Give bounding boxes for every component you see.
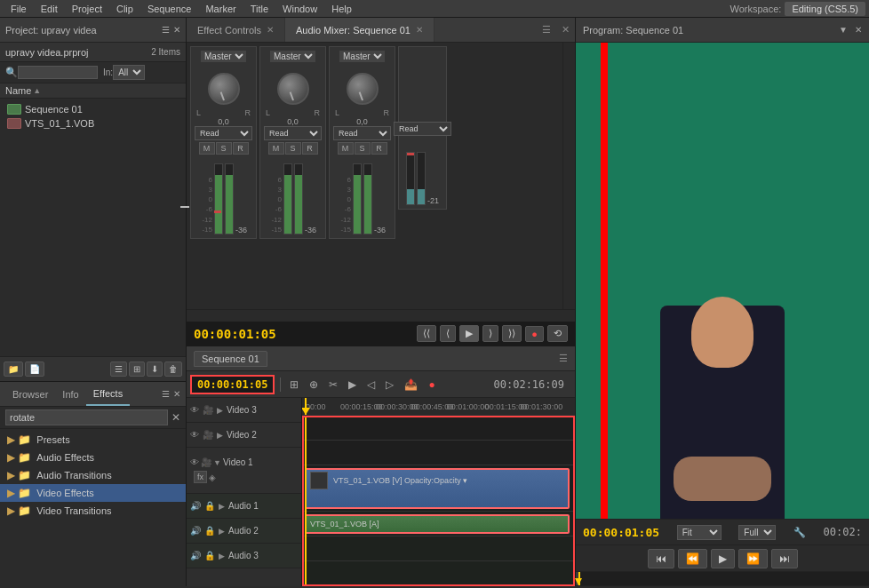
- timeline-timecode[interactable]: 00:00:01:05: [190, 375, 275, 394]
- audio-mixer-close[interactable]: ✕: [416, 25, 423, 35]
- tl-play-btn[interactable]: ▶: [345, 377, 360, 393]
- menu-sequence[interactable]: Sequence: [140, 0, 199, 17]
- mixer-rewind-btn[interactable]: ⟨⟨: [417, 325, 436, 342]
- effects-close-icon[interactable]: ✕: [173, 389, 180, 399]
- mixer-ff-btn[interactable]: ⟩⟩: [502, 325, 522, 342]
- ch2-read-select[interactable]: Read: [264, 126, 322, 140]
- prog-last-btn[interactable]: ⏭: [771, 549, 798, 568]
- menu-title[interactable]: Title: [243, 0, 275, 17]
- ch4-fader-left[interactable]: [406, 152, 415, 205]
- prog-first-btn[interactable]: ⏮: [648, 549, 674, 568]
- tab-info[interactable]: Info: [55, 382, 85, 406]
- effects-presets[interactable]: ▶ 📁 Presets: [0, 431, 186, 449]
- effects-video-effects[interactable]: ▶ 📁 Video Effects: [0, 484, 186, 502]
- new-item-button[interactable]: 📄: [25, 362, 44, 377]
- ch3-knob[interactable]: [347, 73, 379, 105]
- mixer-record-btn[interactable]: ●: [525, 326, 544, 342]
- menu-window[interactable]: Window: [275, 0, 324, 17]
- video2-expand-icon[interactable]: ▶: [217, 431, 223, 440]
- effect-controls-close[interactable]: ✕: [267, 25, 274, 35]
- audio1-lock-icon[interactable]: 🔒: [204, 501, 215, 511]
- audio3-mute-icon[interactable]: 🔊: [190, 551, 201, 560]
- ch3-m-btn[interactable]: M: [338, 142, 354, 155]
- ch1-fader-handle[interactable]: [187, 206, 189, 208]
- video3-cam-icon[interactable]: 🎥: [203, 405, 213, 415]
- track-row-video3[interactable]: [302, 416, 575, 441]
- tl-in-btn[interactable]: ◁: [363, 377, 379, 393]
- track-row-audio2[interactable]: [302, 536, 575, 561]
- video3-eye-icon[interactable]: 👁: [190, 405, 199, 415]
- ch2-m-btn[interactable]: M: [268, 142, 284, 155]
- tl-out-btn[interactable]: ▷: [382, 377, 397, 393]
- clear-button[interactable]: ⬇: [147, 362, 163, 377]
- ch3-label-select[interactable]: Master: [339, 51, 385, 62]
- audio3-lock-icon[interactable]: 🔒: [204, 551, 215, 560]
- prog-forward-btn[interactable]: ⏩: [738, 549, 768, 568]
- ch4-read-select[interactable]: Read: [394, 122, 451, 136]
- effects-search-clear-icon[interactable]: ✕: [171, 411, 180, 424]
- ch1-fader-right[interactable]: [225, 163, 234, 234]
- center-panel-menu[interactable]: ☰: [537, 24, 556, 36]
- program-monitor-close[interactable]: ✕: [855, 25, 862, 35]
- ch3-r-btn[interactable]: R: [371, 142, 387, 155]
- ch1-m-btn[interactable]: M: [199, 142, 215, 155]
- track-row-audio3[interactable]: [302, 561, 575, 586]
- video1-expand-icon[interactable]: ▼: [213, 458, 221, 467]
- effects-video-transitions[interactable]: ▶ 📁 Video Transitions: [0, 502, 186, 520]
- ch3-fader-right[interactable]: [363, 163, 372, 234]
- track-row-video1[interactable]: VTS_01_1.VOB [V] Opacity:Opacity ▾: [302, 465, 575, 512]
- tab-effects[interactable]: Effects: [86, 382, 130, 406]
- video1-cam-icon[interactable]: 🎥: [201, 457, 211, 467]
- ch2-knob[interactable]: [277, 73, 309, 105]
- audio2-lock-icon[interactable]: 🔒: [204, 526, 215, 536]
- ch2-label-select[interactable]: Master: [270, 51, 315, 62]
- tl-export-btn[interactable]: 📤: [401, 377, 421, 393]
- prog-back-btn[interactable]: ⏪: [678, 549, 707, 568]
- effects-audio-effects[interactable]: ▶ 📁 Audio Effects: [0, 449, 186, 466]
- ch1-r-btn[interactable]: R: [233, 142, 249, 155]
- menu-file[interactable]: File: [4, 0, 34, 17]
- ch1-read-select[interactable]: Read: [195, 126, 252, 140]
- tab-audio-mixer[interactable]: Audio Mixer: Sequence 01 ✕: [285, 18, 434, 42]
- video1-fx-btn[interactable]: fx: [194, 471, 207, 483]
- program-settings-icon[interactable]: 🔧: [793, 527, 806, 538]
- audio2-mute-icon[interactable]: 🔊: [190, 526, 201, 536]
- audio3-expand-icon[interactable]: ▶: [219, 552, 225, 560]
- video1-eye-icon[interactable]: 👁: [190, 457, 199, 467]
- tab-effect-controls[interactable]: Effect Controls ✕: [187, 18, 285, 42]
- program-fit-select[interactable]: Fit 25% 50% 100%: [677, 525, 722, 540]
- audio1-clip[interactable]: VTS_01_1.VOB [A]: [305, 514, 570, 534]
- project-search-input[interactable]: [18, 66, 98, 79]
- tab-browser[interactable]: Browser: [5, 382, 55, 406]
- ch2-s-btn[interactable]: S: [285, 142, 301, 155]
- ch2-fader-left[interactable]: [283, 163, 292, 234]
- ch1-s-btn[interactable]: S: [216, 142, 232, 155]
- sequence-tab[interactable]: Sequence 01: [194, 351, 267, 367]
- track-row-audio1[interactable]: VTS_01_1.VOB [A]: [302, 512, 575, 536]
- icon-view-button[interactable]: ⊞: [129, 362, 145, 377]
- mixer-loop-btn[interactable]: ⟲: [547, 325, 568, 342]
- menu-help[interactable]: Help: [324, 0, 359, 17]
- ch3-read-select[interactable]: Read: [333, 126, 391, 140]
- project-in-select[interactable]: All: [113, 65, 145, 80]
- tl-razorblade-btn[interactable]: ✂: [325, 377, 341, 393]
- track-row-video2[interactable]: [302, 441, 575, 465]
- ch2-fader-right[interactable]: [294, 163, 303, 234]
- effects-search-input[interactable]: [5, 409, 168, 425]
- effects-audio-transitions[interactable]: ▶ 📁 Audio Transitions: [0, 466, 186, 484]
- menu-clip[interactable]: Clip: [109, 0, 140, 17]
- tl-zoom-btn[interactable]: ⊕: [306, 377, 322, 393]
- program-monitor-dropdown[interactable]: ▼: [839, 25, 848, 35]
- ch2-r-btn[interactable]: R: [302, 142, 318, 155]
- tl-record-btn[interactable]: ●: [425, 377, 438, 393]
- new-bin-button[interactable]: 📁: [4, 362, 23, 377]
- mixer-forward-btn[interactable]: ⟩: [482, 325, 498, 342]
- ch1-label-select[interactable]: Master: [201, 51, 246, 62]
- ch1-fader-left[interactable]: [214, 163, 223, 234]
- timeline-panel-menu[interactable]: ☰: [559, 353, 568, 364]
- audio1-expand-icon[interactable]: ▶: [219, 502, 225, 511]
- ch3-fader-left[interactable]: [353, 163, 362, 234]
- menu-project[interactable]: Project: [65, 0, 109, 17]
- mixer-play-btn[interactable]: ▶: [459, 325, 479, 342]
- audio1-mute-icon[interactable]: 🔊: [190, 501, 201, 511]
